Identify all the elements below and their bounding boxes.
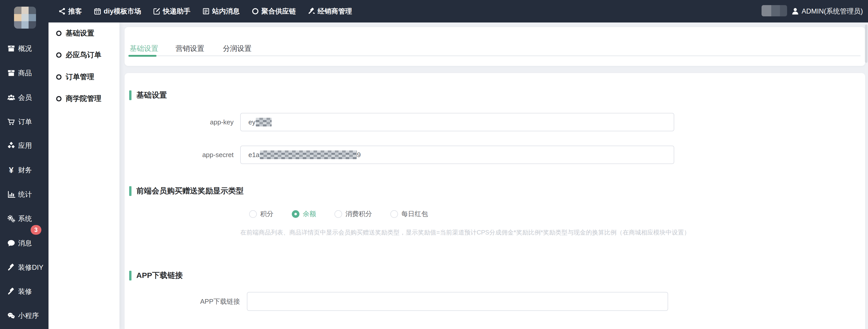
sidebar-item-label: 商品 (18, 68, 32, 78)
tab-basic-settings[interactable]: 基础设置 (130, 43, 158, 54)
section-title: APP下载链接 (136, 270, 183, 281)
message-list-icon (202, 7, 210, 15)
radio-label: 余额 (303, 209, 316, 218)
tab-profit-settings[interactable]: 分润设置 (223, 43, 251, 54)
nav-item-site-messages[interactable]: 站内消息 (202, 7, 240, 16)
scrollbar-thumb[interactable] (865, 25, 867, 63)
radio-circle-icon (335, 210, 342, 218)
active-tab-underline (128, 55, 156, 57)
form-row-app-key: app-key ey (125, 113, 674, 131)
tabs-divider (128, 55, 861, 56)
submenu-item-label: 必应鸟订单 (66, 50, 101, 60)
nav-item-label: 聚合供应链 (261, 7, 296, 16)
wechat-icon (7, 311, 16, 320)
app-key-input[interactable]: ey (240, 113, 674, 131)
sidebar-item-label: 消息 (18, 239, 32, 248)
app-logo[interactable] (14, 7, 36, 29)
chat-bubble-icon (7, 239, 16, 247)
nav-item-label: 站内消息 (212, 7, 240, 16)
user-menu[interactable]: ADMIN(系统管理员) (791, 0, 863, 23)
goods-box-icon (7, 69, 16, 78)
nav-item-diy-template-market[interactable]: diy模板市场 (94, 7, 141, 16)
yen-icon: ¥ (7, 166, 16, 175)
sidebar-item-label: 订单 (18, 117, 32, 126)
tab-marketing-settings[interactable]: 营销设置 (176, 43, 204, 54)
main-sidebar: 概况 商品 会员 订单 应用 ¥ 财务 统计 系统 消息 3 装修DIY 装修 (0, 23, 49, 329)
nav-item-label: diy模板市场 (104, 7, 141, 16)
radio-daily-red-packet[interactable]: 每日红包 (390, 209, 428, 218)
app-secret-input[interactable]: e1a9 (240, 146, 674, 164)
circle-icon (56, 74, 62, 80)
section-header-basic: 基础设置 (129, 90, 167, 100)
topbar: 推客 diy模板市场 快递助手 站内消息 聚合供应链 经销商管理 ADMIN(系… (0, 0, 868, 23)
sidebar-item-apps[interactable]: 应用 (0, 138, 49, 153)
sidebar-item-label: 财务 (18, 166, 32, 175)
submenu-item-business-school[interactable]: 商学院管理 (49, 91, 120, 106)
sidebar-item-messages[interactable]: 消息 (0, 236, 49, 251)
redacted-app-secret-value (260, 150, 357, 159)
sidebar-item-orders[interactable]: 订单 (0, 114, 49, 129)
radio-consume-points[interactable]: 消费积分 (335, 209, 372, 218)
cart-icon (7, 118, 16, 126)
section-title: 前端会员购买赠送奖励显示类型 (136, 186, 244, 196)
gavel-icon (7, 287, 16, 296)
sidebar-item-decorate[interactable]: 装修 (0, 284, 49, 299)
redacted-topbar-text (762, 5, 787, 16)
section-header-reward-type: 前端会员购买赠送奖励显示类型 (129, 186, 244, 196)
app-download-link-input[interactable] (247, 292, 668, 311)
members-icon (7, 93, 16, 102)
sidebar-item-decorate-diy[interactable]: 装修DIY (0, 260, 49, 275)
calendar-icon (94, 7, 101, 15)
submenu-item-label: 基础设置 (66, 28, 94, 38)
radio-circle-icon (249, 210, 257, 218)
form-row-app-secret: app-secret e1a9 (125, 146, 674, 164)
topbar-nav: 推客 diy模板市场 快递助手 站内消息 聚合供应链 经销商管理 (58, 0, 352, 23)
nav-item-supply-chain[interactable]: 聚合供应链 (251, 7, 296, 16)
sidebar-item-stats[interactable]: 统计 (0, 187, 49, 202)
radio-circle-icon (390, 210, 398, 218)
sidebar-item-label: 会员 (18, 93, 32, 102)
circle-icon (56, 31, 62, 36)
app-secret-value-suffix: 9 (357, 151, 361, 159)
sidebar-item-goods[interactable]: 商品 (0, 65, 49, 81)
share-icon (58, 7, 66, 15)
submenu-item-order-management[interactable]: 订单管理 (49, 70, 120, 84)
sidebar-item-miniprogram[interactable]: 小程序 (0, 308, 49, 323)
nav-item-label: 快递助手 (163, 7, 190, 16)
sidebar-item-label: 系统 (18, 214, 32, 223)
app-key-value-prefix: ey (248, 118, 255, 126)
circle-icon (56, 96, 62, 101)
nav-item-label: 推客 (68, 7, 82, 16)
section-header-app-download: APP下载链接 (129, 270, 183, 281)
submenu-item-basic-settings[interactable]: 基础设置 (49, 26, 120, 40)
secondary-sidebar: 基础设置 必应鸟订单 订单管理 商学院管理 (49, 23, 120, 329)
user-icon (791, 7, 799, 15)
sidebar-item-label: 装修DIY (18, 263, 43, 272)
radio-balance[interactable]: 余额 (292, 209, 316, 218)
sidebar-item-members[interactable]: 会员 (0, 90, 49, 105)
sidebar-item-label: 应用 (18, 141, 32, 150)
sidebar-item-system[interactable]: 系统 (0, 211, 49, 226)
overview-box-icon (7, 44, 16, 53)
sidebar-item-label: 装修 (18, 287, 32, 296)
reward-type-help-text: 在前端商品列表、商品详情页中显示会员购买赠送奖励类型，显示奖励值=当前渠道预计C… (240, 228, 690, 237)
app-secret-value-prefix: e1a (248, 151, 259, 159)
ring-icon (251, 7, 259, 15)
gears-icon (7, 214, 16, 223)
nav-item-dealer-management[interactable]: 经销商管理 (308, 7, 352, 16)
sidebar-item-overview[interactable]: 概况 (0, 41, 49, 56)
app-key-label: app-key (125, 113, 234, 131)
nav-item-promoter[interactable]: 推客 (58, 7, 82, 16)
sidebar-item-finance[interactable]: ¥ 财务 (0, 162, 49, 178)
reward-type-radio-group: 积分 余额 消费积分 每日红包 (249, 209, 428, 218)
radio-points[interactable]: 积分 (249, 209, 273, 218)
section-accent-bar (129, 186, 131, 196)
radio-circle-icon (292, 210, 300, 218)
submenu-item-bingbird-orders[interactable]: 必应鸟订单 (49, 48, 120, 62)
app-secret-label: app-secret (125, 146, 234, 164)
circle-icon (56, 52, 62, 58)
sidebar-item-label: 小程序 (18, 311, 39, 320)
tabs-card: 基础设置 营销设置 分润设置 (125, 27, 865, 66)
nav-item-express-helper[interactable]: 快递助手 (153, 7, 190, 16)
app-download-link-label: APP下载链接 (125, 292, 240, 311)
